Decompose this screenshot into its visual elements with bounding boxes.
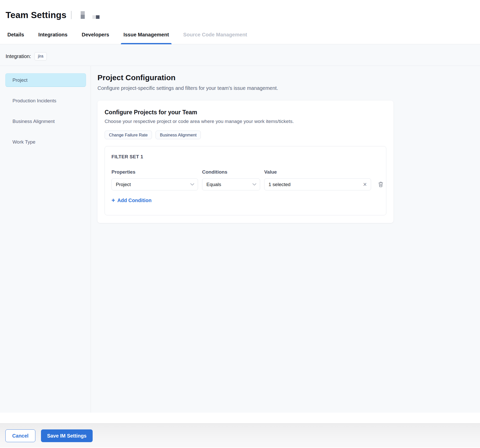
sidebar-item-production-incidents[interactable]: Production Incidents <box>5 94 86 107</box>
tab-bar: Details Integrations Developers Issue Ma… <box>0 23 480 44</box>
sidebar-item-label: Work Type <box>12 139 35 145</box>
chevron-down-icon <box>252 183 256 186</box>
integration-badge-jira: jira <box>34 52 47 61</box>
tab-issue-management[interactable]: Issue Management <box>123 32 169 44</box>
redacted-text-block <box>92 15 100 19</box>
section-title: Project Configuration <box>97 73 480 82</box>
conditions-column-label: Conditions <box>202 169 260 175</box>
spacer <box>375 169 386 175</box>
filter-set-panel: FILTER SET 1 Properties Conditions Value… <box>105 146 386 215</box>
section-subtitle: Configure project-specific settings and … <box>97 85 480 91</box>
sidebar-item-project[interactable]: Project <box>5 73 86 87</box>
tab-source-code-management[interactable]: Source Code Management <box>183 32 247 44</box>
settings-sidebar: Project Production Incidents Business Al… <box>0 66 91 413</box>
condition-select-value: Equals <box>206 182 221 187</box>
value-multiselect[interactable]: 1 selected × <box>264 178 371 190</box>
plus-icon: + <box>111 197 115 203</box>
footer-action-bar: Cancel Save IM Settings <box>0 423 480 447</box>
add-condition-button[interactable]: + Add Condition <box>111 197 151 203</box>
chip-business-alignment[interactable]: Business Alignment <box>156 131 201 139</box>
project-chip-row: Change Failure Rate Business Alignment <box>105 131 386 139</box>
filter-set-title: FILTER SET 1 <box>111 154 379 160</box>
sidebar-item-work-type[interactable]: Work Type <box>5 135 86 149</box>
property-select-value: Project <box>116 182 131 187</box>
card-subtitle: Choose your respective project or code a… <box>105 119 386 124</box>
condition-select[interactable]: Equals <box>202 178 260 190</box>
sidebar-item-label: Business Alignment <box>12 119 55 124</box>
trash-icon <box>378 181 384 188</box>
sidebar-item-business-alignment[interactable]: Business Alignment <box>5 115 86 128</box>
main-panel: Project Configuration Configure project-… <box>91 66 480 413</box>
property-select[interactable]: Project <box>111 178 198 190</box>
sidebar-item-label: Production Incidents <box>12 98 56 104</box>
team-settings-page: Team Settings Details Integrations Devel… <box>0 0 480 448</box>
sidebar-item-label: Project <box>12 77 27 83</box>
page-header: Team Settings <box>0 0 480 23</box>
integration-row: Integration: jira <box>0 44 480 66</box>
clear-selection-icon[interactable]: × <box>362 181 367 188</box>
card-title: Configure Projects for your Team <box>105 109 386 116</box>
page-title: Team Settings <box>6 10 66 20</box>
properties-column-label: Properties <box>111 169 198 175</box>
content-area: Project Production Incidents Business Al… <box>0 66 480 413</box>
title-separator <box>71 11 72 19</box>
value-selected-count: 1 selected <box>269 182 291 187</box>
cancel-button[interactable]: Cancel <box>5 429 35 442</box>
footer-spacer <box>0 413 480 423</box>
redacted-text-block <box>81 11 85 19</box>
tab-developers[interactable]: Developers <box>82 32 109 44</box>
value-column-label: Value <box>264 169 371 175</box>
chip-change-failure-rate[interactable]: Change Failure Rate <box>105 131 152 139</box>
tab-details[interactable]: Details <box>7 32 24 44</box>
delete-filter-button[interactable] <box>375 178 386 190</box>
redacted-team-name <box>81 11 100 19</box>
integration-label: Integration: <box>6 53 31 59</box>
save-im-settings-button[interactable]: Save IM Settings <box>41 429 93 442</box>
add-condition-label: Add Condition <box>117 198 151 203</box>
tab-integrations[interactable]: Integrations <box>38 32 67 44</box>
chevron-down-icon <box>190 183 194 186</box>
configure-projects-card: Configure Projects for your Team Choose … <box>97 101 393 223</box>
filter-condition-row: Properties Conditions Value Project Equa… <box>111 169 379 190</box>
